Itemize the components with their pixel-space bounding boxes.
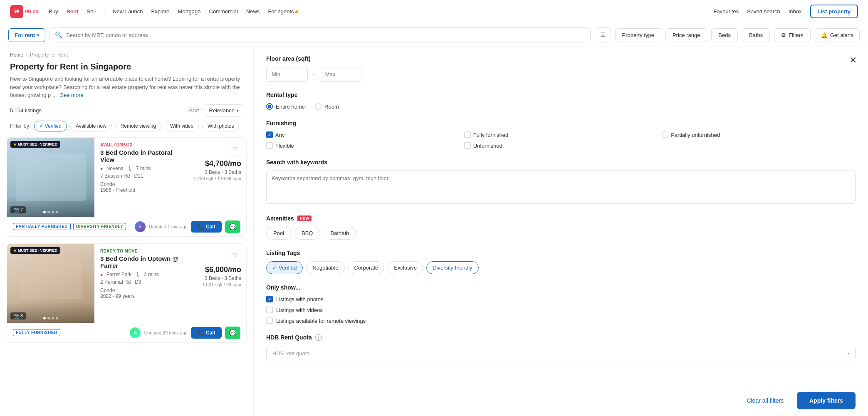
nav-for-agents[interactable]: For agents: [268, 8, 298, 15]
furnishing-fully[interactable]: Fully furnished: [464, 131, 658, 138]
listings-count: 5,154 listings: [10, 107, 189, 114]
all-filters-button[interactable]: ⚙ Filters: [774, 28, 810, 42]
filter-tag-with-video[interactable]: With video: [165, 121, 199, 131]
keywords-textarea[interactable]: [266, 171, 856, 204]
card-year-1: 1986 · Freehold: [100, 187, 180, 193]
listing-tags-section: Listing Tags ✓ Verified Negotiable Corpo…: [266, 250, 856, 274]
rental-entire-home[interactable]: Entire home: [266, 103, 305, 110]
amenity-bbq[interactable]: BBQ: [294, 227, 320, 240]
price-range-filter[interactable]: Price range: [665, 28, 707, 42]
card-year-2: 2022 · 99 years: [100, 293, 180, 299]
rental-room[interactable]: Room: [315, 103, 339, 110]
tag-corporate[interactable]: Corporate: [348, 261, 385, 274]
rental-type-section: Rental type Entire home Room: [266, 92, 856, 110]
call-btn-1[interactable]: 📞 Call: [191, 221, 222, 233]
nav-commercial[interactable]: Commercial: [209, 8, 238, 15]
baths-filter[interactable]: Baths: [742, 28, 770, 42]
card-title-2[interactable]: 3 Bed Condo in Uptown @ Farrer: [100, 255, 180, 269]
verified-check-icon: ✓: [40, 123, 43, 129]
walk-icon-2: 🚶: [135, 272, 141, 277]
nav-explore[interactable]: Explore: [151, 8, 170, 15]
nav-new-launch[interactable]: New Launch: [113, 8, 143, 15]
floor-area-max[interactable]: [320, 67, 361, 82]
clear-all-filters-button[interactable]: Clear all filters: [740, 393, 790, 408]
beds-filter[interactable]: Beds: [711, 28, 738, 42]
list-property-button[interactable]: List property: [810, 5, 858, 18]
tag-fully-furnished: FULLY FURNISHED: [13, 329, 60, 336]
hdb-chevron-icon: ▾: [847, 351, 849, 356]
breadcrumb-separator: ›: [26, 52, 27, 58]
card-title-1[interactable]: 3 Bed Condo in Pastoral View: [100, 149, 180, 163]
search-bar: For rent ▾ 🔍 ☰ Property type Price range…: [0, 23, 868, 47]
only-with-photos[interactable]: ✓ Listings with photos: [266, 296, 856, 302]
furnishing-any[interactable]: ✓ Any: [266, 131, 460, 138]
filter-footer: Clear all filters Apply filters: [254, 385, 868, 416]
nav-favourites[interactable]: Favourites: [714, 8, 739, 15]
only-remote-viewings[interactable]: Listings available for remote viewings: [266, 317, 856, 324]
filter-tag-verified[interactable]: ✓ Verified: [34, 121, 67, 131]
whatsapp-btn-2[interactable]: 💬: [225, 327, 240, 339]
hamburger-menu[interactable]: ☰: [595, 27, 611, 42]
info-icon[interactable]: i: [315, 334, 322, 341]
sort-chevron-icon: ▾: [237, 108, 239, 113]
nav-mortgage[interactable]: Mortgage: [178, 8, 201, 15]
apply-filters-button[interactable]: Apply filters: [797, 392, 856, 409]
nav-buy[interactable]: Buy: [49, 8, 58, 15]
nav-saved-search[interactable]: Saved search: [747, 8, 780, 15]
nav-sell[interactable]: Sell: [87, 8, 96, 15]
get-alerts-button[interactable]: 🔔 Get alerts: [815, 28, 860, 42]
bell-icon: 🔔: [821, 32, 828, 38]
phone-icon-2: 📞: [198, 330, 204, 336]
nav-links: Buy Rent Sell New Launch Explore Mortgag…: [49, 7, 298, 16]
close-filters-button[interactable]: ✕: [846, 54, 860, 67]
call-btn-2[interactable]: 📞 Call: [191, 327, 222, 339]
breadcrumb-home[interactable]: Home: [10, 52, 23, 58]
nav-news[interactable]: News: [246, 8, 260, 15]
card-beds-baths-2: 3 Beds · 3 Baths: [205, 275, 241, 281]
hdb-select[interactable]: HDB rent quota ▾: [266, 346, 856, 361]
furnishing-unfurnished[interactable]: Unfurnished: [464, 142, 658, 149]
card-type-1: Condo: [100, 181, 180, 187]
for-rent-dropdown[interactable]: For rent ▾: [8, 28, 45, 42]
filter-tag-with-photos[interactable]: With photos: [202, 121, 239, 131]
search-input-wrap[interactable]: 🔍: [49, 27, 590, 42]
only-show-section: Only show... ✓ Listings with photos List…: [266, 284, 856, 324]
floor-area-min[interactable]: [266, 67, 308, 82]
tag-verified[interactable]: ✓ Verified: [266, 261, 303, 274]
agent-avatar-2: B: [130, 327, 141, 338]
nav-inbox[interactable]: Inbox: [789, 8, 802, 15]
bookmark-btn-2[interactable]: ♡: [228, 249, 241, 262]
furnishing-flexible[interactable]: Flexible: [266, 142, 460, 149]
only-with-videos[interactable]: Listings with videos: [266, 307, 856, 313]
card-image-2[interactable]: ★ MUST SEE · VERIFIED 📷 8: [7, 244, 94, 323]
see-more-link[interactable]: See more: [60, 92, 83, 98]
tag-diversity-friendly[interactable]: Diversity friendly: [426, 261, 478, 274]
logo[interactable]: 99 99.co: [10, 5, 39, 18]
only-show-label: Only show...: [266, 284, 856, 291]
tag-negotiable[interactable]: Negotiable: [306, 261, 344, 274]
property-type-filter[interactable]: Property type: [615, 28, 661, 42]
whatsapp-btn-1[interactable]: 💬: [225, 220, 240, 233]
card-price-col-1: ♡ $4,700/mo 3 Beds · 3 Baths 1,259 sqft …: [186, 138, 246, 217]
amenity-pool[interactable]: Pool: [266, 227, 291, 240]
walk-icon: 🚶: [127, 166, 133, 171]
furnishing-partial[interactable]: Partially unfurnished: [662, 131, 856, 138]
bookmark-btn-1[interactable]: ♡: [228, 143, 241, 156]
agent-avatar-1: A: [135, 221, 146, 232]
amenity-bathtub[interactable]: Bathtub: [324, 227, 356, 240]
hdb-rent-section: HDB Rent Quota i HDB rent quota ▾: [266, 334, 856, 361]
sort-select[interactable]: Relevance ▾: [205, 104, 243, 116]
tag-exclusive[interactable]: Exclusive: [388, 261, 423, 274]
listing-card-1: ★ MUST SEE · VERIFIED 📷 7: [7, 137, 247, 237]
card-address-1: 7 Bassein Rd · D11: [100, 173, 180, 179]
filter-tag-remote-viewing[interactable]: Remote viewing: [115, 121, 161, 131]
filter-icon: ⚙: [781, 32, 786, 38]
filter-tag-available-now[interactable]: Available now: [70, 121, 112, 131]
card-image-1[interactable]: ★ MUST SEE · VERIFIED 📷 7: [7, 138, 94, 217]
card-img-count-1: 📷 7: [10, 206, 26, 213]
nav-rent[interactable]: Rent: [67, 8, 79, 15]
top-nav: 99 99.co Buy Rent Sell New Launch Explor…: [0, 0, 868, 23]
search-input[interactable]: [66, 32, 585, 38]
updated-time-1: Updated 1 min ago: [149, 224, 188, 229]
keywords-label: Search with keywords: [266, 159, 856, 166]
